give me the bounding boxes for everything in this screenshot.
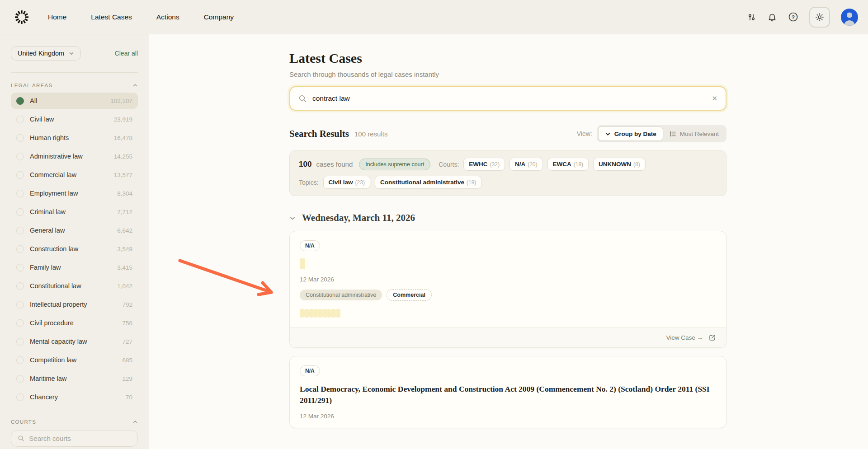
court-filter-pill[interactable]: N/A (20) (509, 158, 543, 171)
topic-pill-count: (19) (467, 179, 476, 186)
user-avatar[interactable] (841, 9, 858, 26)
legal-area-item[interactable]: All 102,107 (11, 93, 138, 109)
legal-area-count: 3,549 (117, 246, 132, 253)
radio-icon (16, 319, 24, 327)
topic-pill-name: Civil law (329, 179, 353, 186)
country-select-value: United Kingdom (18, 50, 64, 57)
legal-area-item[interactable]: Maritime law 129 (11, 370, 138, 387)
legal-area-item[interactable]: Constitutional law 1,042 (11, 278, 138, 294)
filter-sliders-icon[interactable] (746, 12, 756, 22)
topic-pills: Civil law (23) Constitutional administra… (323, 176, 482, 189)
legal-area-item[interactable]: Commercial law 13,577 (11, 167, 138, 183)
legal-area-count: 13,577 (114, 172, 132, 178)
topic-tag[interactable]: Constitutional administrative (300, 290, 382, 300)
legal-area-item[interactable]: Mental capacity law 727 (11, 333, 138, 350)
theme-toggle-button[interactable] (809, 7, 830, 28)
date-group-header[interactable]: Wednesday, March 11, 2026 (289, 212, 726, 224)
most-relevant-label: Most Relevant (680, 131, 719, 137)
view-label: View: (577, 130, 592, 137)
list-icon (670, 131, 676, 137)
legal-area-count: 727 (122, 338, 132, 345)
case-title[interactable] (300, 258, 716, 270)
court-filter-pill[interactable]: UNKNOWN (8) (593, 158, 646, 171)
legal-area-item[interactable]: General law 6,642 (11, 222, 138, 239)
legal-area-count: 6,642 (117, 227, 132, 234)
search-input[interactable]: contract law ✕ (289, 86, 726, 111)
case-summary (300, 308, 716, 319)
legal-area-item[interactable]: Chancery 70 (11, 389, 138, 405)
legal-area-item[interactable]: Civil law 23,919 (11, 111, 138, 127)
case-summary-segment (313, 309, 318, 318)
legal-area-count: 685 (122, 357, 132, 364)
court-filter-pill[interactable]: EWCA (18) (547, 158, 589, 171)
topic-filter-pill[interactable]: Constitutional administrative (19) (375, 176, 481, 189)
includes-supreme-court-badge: Includes supreme court (359, 159, 430, 170)
legal-area-item[interactable]: Competition law 685 (11, 352, 138, 368)
court-badge: N/A (300, 240, 320, 251)
group-by-date-label: Group by Date (614, 131, 656, 137)
legal-area-label: Civil procedure (30, 319, 74, 327)
court-pill-count: (18) (574, 161, 583, 168)
radio-icon (16, 375, 24, 383)
case-summary-segment (300, 309, 304, 318)
legal-area-item[interactable]: Family law 3,415 (11, 259, 138, 276)
case-summary-segment (336, 309, 340, 318)
group-by-date-button[interactable]: Group by Date (598, 126, 663, 141)
legal-area-item[interactable]: Administrative law 14,255 (11, 148, 138, 164)
external-link-icon (708, 334, 716, 341)
nav-home[interactable]: Home (48, 13, 66, 21)
legal-area-item[interactable]: Employment law 8,304 (11, 185, 138, 201)
court-pill-name: N/A (515, 161, 525, 168)
courts-collapse-chevron-icon[interactable] (132, 419, 138, 425)
case-title[interactable]: Local Democracy, Economic Development an… (300, 384, 716, 407)
most-relevant-button[interactable]: Most Relevant (663, 126, 725, 141)
brand-logo[interactable] (13, 8, 31, 26)
legal-areas-collapse-chevron-icon[interactable] (132, 83, 138, 88)
radio-icon (16, 116, 24, 123)
search-icon (18, 435, 24, 442)
court-pill-count: (32) (490, 161, 500, 168)
legal-areas-list: All 102,107 Civil law 23,919 Human right… (11, 93, 138, 405)
topic-pill-count: (23) (355, 179, 365, 186)
topic-filter-pill[interactable]: Civil law (23) (323, 176, 370, 189)
search-courts-input[interactable] (29, 435, 131, 442)
clear-search-button[interactable]: ✕ (712, 94, 717, 103)
notifications-bell-icon[interactable] (767, 12, 777, 22)
case-summary-segment (331, 309, 336, 318)
nav-actions[interactable]: Actions (156, 13, 179, 21)
legal-area-label: Commercial law (30, 171, 76, 178)
court-pill-count: (8) (633, 161, 640, 168)
legal-area-item[interactable]: Intellectual property 792 (11, 296, 138, 313)
radio-icon (16, 97, 24, 105)
nav-company[interactable]: Company (204, 13, 234, 21)
view-case-link[interactable]: View Case → (666, 334, 703, 341)
case-card: N/A 12 Mar 2026 Constitutional administr… (289, 231, 726, 348)
legal-area-count: 3,415 (117, 264, 132, 271)
legal-area-label: Constitutional law (30, 282, 81, 290)
legal-area-label: Mental capacity law (30, 338, 87, 345)
court-filter-pill[interactable]: EWHC (32) (463, 158, 505, 171)
nav-latest-cases[interactable]: Latest Cases (91, 13, 132, 21)
legal-area-item[interactable]: Human rights 16,478 (11, 130, 138, 146)
legal-area-count: 792 (122, 301, 132, 308)
legal-area-label: Administrative law (30, 153, 83, 160)
legal-area-label: Intellectual property (30, 301, 87, 308)
legal-area-label: Criminal law (30, 208, 66, 215)
case-title-segment (300, 258, 305, 269)
clear-all-link[interactable]: Clear all (115, 50, 138, 57)
svg-text:?: ? (792, 14, 795, 20)
legal-area-item[interactable]: Criminal law 7,712 (11, 204, 138, 220)
topic-tag[interactable]: Commercial (387, 289, 432, 301)
case-card: N/A Local Democracy, Economic Developmen… (289, 356, 726, 428)
legal-area-item[interactable]: Civil procedure 756 (11, 315, 138, 331)
sun-icon (815, 13, 824, 22)
date-group-title: Wednesday, March 11, 2026 (302, 212, 415, 224)
radio-icon (16, 227, 24, 234)
legal-area-item[interactable]: Construction law 3,549 (11, 241, 138, 257)
legal-area-count: 7,712 (117, 209, 132, 215)
top-navigation-bar: Home Latest Cases Actions Company ? (0, 0, 868, 34)
country-select[interactable]: United Kingdom (11, 46, 81, 61)
legal-area-count: 14,255 (114, 153, 132, 160)
help-icon[interactable]: ? (788, 12, 798, 22)
courts-title: COURTS (11, 419, 36, 425)
